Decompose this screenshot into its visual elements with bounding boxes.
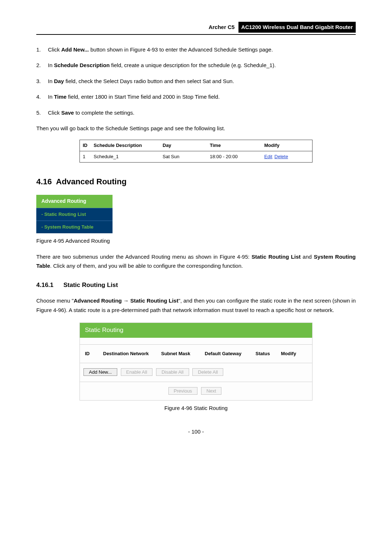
- col-gw: Default Gateway: [205, 350, 256, 358]
- col-dest: Destination Network: [103, 350, 161, 358]
- col-time: Time: [210, 141, 264, 149]
- previous-button[interactable]: Previous: [168, 387, 198, 395]
- after-steps-text: Then you will go back to the Schedule Se…: [36, 124, 356, 133]
- figure-4-96-caption: Figure 4-96 Static Routing: [36, 403, 356, 413]
- setup-steps: 1. Click Add New... button shown in Figu…: [36, 45, 356, 118]
- enable-all-button[interactable]: Enable All: [121, 368, 153, 376]
- col-mask: Subnet Mask: [161, 350, 205, 358]
- subsection-heading: 4.16.1 Static Routing List: [36, 280, 356, 291]
- add-new-button[interactable]: Add New...: [83, 368, 117, 376]
- col-status: Status: [256, 350, 281, 358]
- col-mod: Modify: [264, 141, 309, 149]
- step-4: 4. In Time field, enter 1800 in Start Ti…: [36, 92, 356, 102]
- figure-4-95-caption: Figure 4-95 Advanced Routing: [36, 236, 356, 246]
- delete-link[interactable]: Delete: [274, 154, 288, 159]
- step-2: 2. In Schedule Description field, create…: [36, 61, 356, 70]
- disable-all-button[interactable]: Disable All: [156, 368, 189, 376]
- col-id: ID: [85, 350, 103, 358]
- step-3: 3. In Day field, check the Select Days r…: [36, 77, 356, 86]
- menu-item-static-routing[interactable]: - Static Routing List: [36, 208, 113, 221]
- edit-link[interactable]: Edit: [264, 154, 272, 159]
- step-1: 1. Click Add New... button shown in Figu…: [36, 45, 356, 54]
- static-routing-title: Static Routing: [80, 323, 312, 338]
- menu-header: Advanced Routing: [36, 195, 113, 208]
- page-number: - 100 -: [36, 427, 356, 436]
- col-day: Day: [163, 141, 210, 149]
- static-routing-desc: Choose menu "Advanced Routing → Static R…: [36, 296, 356, 315]
- product-label: AC1200 Wireless Dual Band Gigabit Router: [238, 22, 356, 33]
- step-5: 5. Click Save to complete the settings.: [36, 108, 356, 118]
- advanced-routing-desc: There are two submenus under the Advance…: [36, 252, 356, 271]
- doc-header: Archer C5 AC1200 Wireless Dual Band Giga…: [36, 22, 356, 33]
- col-modify: Modify: [281, 350, 307, 358]
- static-routing-columns: ID Destination Network Subnet Mask Defau…: [80, 345, 312, 363]
- schedule-table: ID Schedule Description Day Time Modify …: [79, 140, 313, 163]
- section-heading: 4.16 Advanced Routing: [36, 175, 356, 188]
- menu-item-system-routing[interactable]: - System Routing Table: [36, 221, 113, 233]
- col-id: ID: [83, 141, 94, 149]
- schedule-row: 1 Schedule_1 Sat Sun 18:00 - 20:00 Edit …: [80, 151, 312, 163]
- model-label: Archer C5: [209, 24, 235, 30]
- next-button[interactable]: Next: [201, 387, 222, 395]
- advanced-routing-menu: Advanced Routing - Static Routing List -…: [36, 195, 113, 233]
- col-desc: Schedule Description: [94, 141, 163, 149]
- static-routing-panel: Static Routing ID Destination Network Su…: [79, 323, 313, 400]
- header-rule: [36, 34, 356, 35]
- delete-all-button[interactable]: Delete All: [192, 368, 223, 376]
